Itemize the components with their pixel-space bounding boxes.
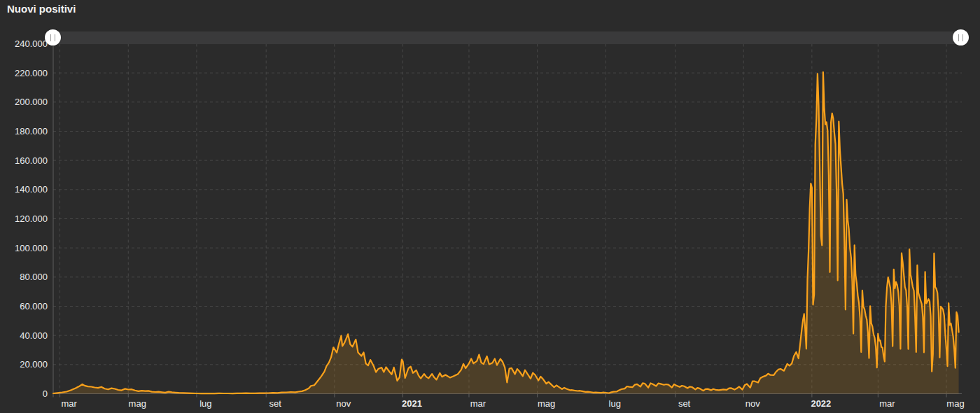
x-axis-label: mar (61, 398, 77, 409)
y-axis-label: 80.000 (20, 272, 48, 282)
x-axis-label: mar (470, 398, 486, 409)
y-axis-label: 100.000 (15, 243, 48, 253)
y-axis-label: 20.000 (20, 359, 48, 370)
grip-icon (958, 34, 963, 41)
x-axis-label: nov (746, 398, 760, 409)
time-range-slider-track[interactable] (49, 31, 967, 44)
covid-chart-dashboard: Nuovi positivi 020.00040.00060.00080.000… (0, 0, 980, 413)
y-axis-label: 140.000 (15, 184, 48, 195)
x-axis-label: set (270, 398, 282, 409)
y-axis-label: 220.000 (15, 68, 48, 78)
x-axis-label: 2022 (811, 398, 831, 409)
y-axis-label: 40.000 (20, 330, 48, 341)
y-axis-label: 240.000 (15, 38, 48, 49)
x-axis-label: mag (538, 398, 555, 409)
time-range-slider-handle-right[interactable] (953, 29, 969, 46)
x-axis-label: mar (879, 398, 895, 409)
y-axis-label: 200.000 (15, 97, 48, 107)
x-axis-label: lug (200, 398, 211, 409)
y-axis-label: 160.000 (15, 155, 48, 166)
x-axis-label: 2021 (402, 398, 422, 409)
x-axis-label: nov (336, 398, 351, 409)
y-axis-label: 60.000 (20, 301, 48, 312)
x-axis-label: set (678, 398, 691, 409)
x-axis-label: mag (946, 398, 964, 409)
grip-icon (50, 34, 55, 41)
time-range-slider-handle-left[interactable] (45, 29, 61, 46)
x-axis-label: lug (609, 398, 621, 409)
area-chart[interactable]: 020.00040.00060.00080.000100.000120.0001… (0, 0, 980, 413)
y-axis-label: 180.000 (15, 126, 48, 136)
y-axis-label: 0 (43, 388, 48, 399)
x-axis-label: mag (129, 398, 146, 409)
y-axis-label: 120.000 (15, 214, 48, 224)
